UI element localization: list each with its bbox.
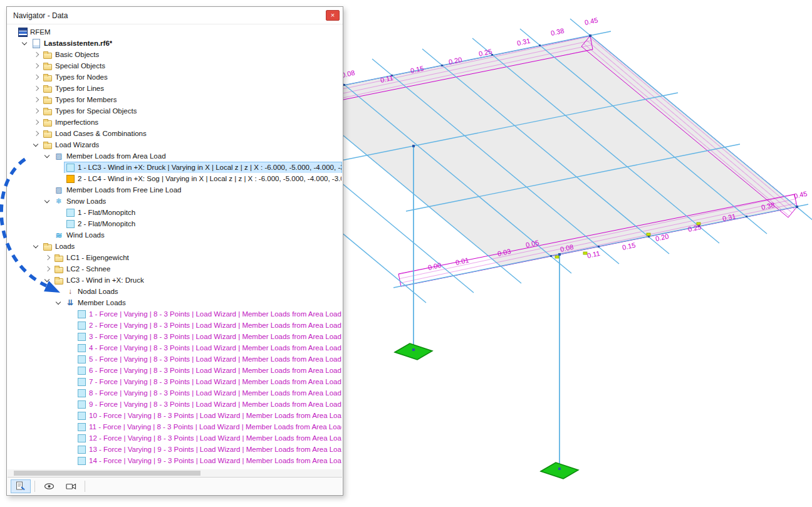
- tree-item[interactable]: 5 - Force | Varying | 8 - 3 Points | Loa…: [8, 353, 342, 365]
- tree-item[interactable]: Imperfections: [8, 117, 342, 128]
- tree-item[interactable]: 4 - Force | Varying | 8 - 3 Points | Loa…: [8, 342, 342, 353]
- tree-item-body[interactable]: Lastassistenten.rf6*: [30, 38, 342, 49]
- tree-item-body[interactable]: 14 - Force | Varying | 9 - 3 Points | Lo…: [75, 455, 342, 466]
- tree-item[interactable]: Types for Lines: [8, 83, 342, 94]
- tree-item[interactable]: Special Objects: [8, 60, 342, 71]
- tree-item-body[interactable]: 12 - Force | Varying | 8 - 3 Points | Lo…: [75, 432, 342, 444]
- tree-item-body[interactable]: 10 - Force | Varying | 8 - 3 Points | Lo…: [75, 410, 342, 421]
- tree-item-body[interactable]: Types for Nodes: [41, 71, 342, 83]
- tree-item[interactable]: 7 - Force | Varying | 8 - 3 Points | Loa…: [8, 376, 342, 387]
- tree-item[interactable]: 2 - Force | Varying | 8 - 3 Points | Loa…: [8, 320, 342, 331]
- chevron-right-icon[interactable]: [43, 253, 53, 263]
- tree-item-body[interactable]: LC1 - Eigengewicht: [53, 252, 342, 263]
- tree-item[interactable]: LC2 - Schnee: [8, 263, 342, 274]
- chevron-down-icon[interactable]: [20, 38, 30, 48]
- chevron-right-icon[interactable]: [31, 61, 41, 71]
- tree-item-body[interactable]: LC3 - Wind in +X: Druck: [53, 274, 342, 286]
- tree-item-body[interactable]: Special Objects: [41, 60, 342, 71]
- tree-item-body[interactable]: 2 - Force | Varying | 8 - 3 Points | Loa…: [75, 320, 342, 331]
- chevron-right-icon[interactable]: [31, 128, 41, 139]
- tree-item[interactable]: 6 - Force | Varying | 8 - 3 Points | Loa…: [8, 365, 342, 376]
- tree-item[interactable]: ≋Wind Loads: [8, 229, 342, 241]
- tree-item-body[interactable]: 2 - Flat/Monopitch: [64, 218, 342, 229]
- tree-item[interactable]: ⇊Member Loads: [8, 297, 342, 308]
- tree-item[interactable]: ▨Member Loads from Area Load: [8, 150, 342, 162]
- tree-item[interactable]: Types for Nodes: [8, 71, 342, 83]
- tree-item-body[interactable]: Load Cases & Combinations: [41, 128, 342, 139]
- tree-item[interactable]: 1 - LC3 - Wind in +X: Druck | Varying in…: [8, 162, 342, 173]
- chevron-right-icon[interactable]: [31, 72, 41, 82]
- tree-item[interactable]: ↓Nodal Loads: [8, 286, 342, 297]
- tree-item[interactable]: 3 - Force | Varying | 8 - 3 Points | Loa…: [8, 331, 342, 342]
- tree-item[interactable]: 14 - Force | Varying | 9 - 3 Points | Lo…: [8, 455, 342, 466]
- tab-render[interactable]: [61, 479, 81, 493]
- tree-item-body[interactable]: ▨Member Loads from Area Load: [53, 150, 342, 162]
- tree-item[interactable]: 1 - Force | Varying | 8 - 3 Points | Loa…: [8, 308, 342, 320]
- navigator-title-bar[interactable]: Navigator - Data ×: [7, 7, 343, 24]
- tree-item-body[interactable]: 1 - Force | Varying | 8 - 3 Points | Loa…: [75, 308, 342, 320]
- tree-item-body[interactable]: 1 - LC3 - Wind in +X: Druck | Varying in…: [64, 162, 342, 173]
- chevron-right-icon[interactable]: [31, 106, 41, 116]
- tree-item-body[interactable]: 9 - Force | Varying | 8 - 3 Points | Loa…: [75, 399, 342, 410]
- tree-item-body[interactable]: 5 - Force | Varying | 8 - 3 Points | Loa…: [75, 353, 342, 365]
- chevron-right-icon[interactable]: [31, 50, 41, 60]
- tree-item-body[interactable]: 11 - Force | Varying | 8 - 3 Points | Lo…: [75, 421, 342, 432]
- tree-item[interactable]: RFEM: [8, 26, 342, 38]
- tree-item[interactable]: 13 - Force | Varying | 9 - 3 Points | Lo…: [8, 444, 342, 455]
- tree-item[interactable]: 9 - Force | Varying | 8 - 3 Points | Loa…: [8, 399, 342, 410]
- close-button[interactable]: ×: [326, 10, 340, 21]
- tree-item[interactable]: 2 - LC4 - Wind in +X: Sog | Varying in X…: [8, 173, 342, 184]
- tree-item-body[interactable]: 3 - Force | Varying | 8 - 3 Points | Loa…: [75, 331, 342, 342]
- tree-item-body[interactable]: Types for Members: [41, 94, 342, 105]
- tree-item[interactable]: 2 - Flat/Monopitch: [8, 218, 342, 229]
- tree-item[interactable]: Load Cases & Combinations: [8, 128, 342, 139]
- tree-item-body[interactable]: ⇊Member Loads: [64, 297, 342, 308]
- tree-item[interactable]: ❄Snow Loads: [8, 196, 342, 207]
- horizontal-scrollbar[interactable]: [8, 469, 342, 477]
- tree-item-body[interactable]: Basic Objects: [41, 49, 342, 60]
- tree-item-body[interactable]: ❄Snow Loads: [53, 196, 342, 207]
- tree-item[interactable]: 1 - Flat/Monopitch: [8, 207, 342, 218]
- chevron-right-icon[interactable]: [31, 95, 41, 105]
- tree-item[interactable]: Types for Special Objects: [8, 105, 342, 117]
- tree-item-body[interactable]: Load Wizards: [41, 139, 342, 150]
- tree-item[interactable]: Lastassistenten.rf6*: [8, 38, 342, 49]
- tree-item[interactable]: LC3 - Wind in +X: Druck: [8, 274, 342, 286]
- tree-item-body[interactable]: 4 - Force | Varying | 8 - 3 Points | Loa…: [75, 342, 342, 353]
- chevron-down-icon[interactable]: [43, 151, 53, 161]
- tree-item-body[interactable]: 6 - Force | Varying | 8 - 3 Points | Loa…: [75, 365, 342, 376]
- tree-item[interactable]: 10 - Force | Varying | 8 - 3 Points | Lo…: [8, 410, 342, 421]
- tree-item[interactable]: Types for Members: [8, 94, 342, 105]
- chevron-right-icon[interactable]: [31, 117, 41, 127]
- tree-item[interactable]: Basic Objects: [8, 49, 342, 60]
- tree-item-body[interactable]: RFEM: [16, 26, 342, 38]
- tree-item[interactable]: ▨Member Loads from Free Line Load: [8, 184, 342, 196]
- scrollbar-thumb[interactable]: [14, 471, 200, 476]
- tree-item-body[interactable]: 7 - Force | Varying | 8 - 3 Points | Loa…: [75, 376, 342, 387]
- tree-item-body[interactable]: Imperfections: [41, 117, 342, 128]
- chevron-down-icon[interactable]: [54, 298, 64, 308]
- tree-item[interactable]: 11 - Force | Varying | 8 - 3 Points | Lo…: [8, 421, 342, 432]
- tree-item-body[interactable]: Types for Lines: [41, 83, 342, 94]
- tree-item-body[interactable]: LC2 - Schnee: [53, 263, 342, 274]
- tree-item-body[interactable]: 1 - Flat/Monopitch: [64, 207, 342, 218]
- tree-item[interactable]: 8 - Force | Varying | 8 - 3 Points | Loa…: [8, 387, 342, 399]
- tree-item-body[interactable]: ▨Member Loads from Free Line Load: [53, 184, 342, 196]
- tree-item[interactable]: Loads: [8, 241, 342, 252]
- tree-item-body[interactable]: Loads: [41, 241, 342, 252]
- tree-item-body[interactable]: 8 - Force | Varying | 8 - 3 Points | Loa…: [75, 387, 342, 399]
- tab-data-navigator[interactable]: [11, 479, 31, 493]
- chevron-right-icon[interactable]: [43, 264, 53, 274]
- tree-item-body[interactable]: ≋Wind Loads: [53, 229, 342, 241]
- chevron-right-icon[interactable]: [31, 83, 41, 93]
- chevron-down-icon[interactable]: [43, 275, 53, 285]
- tree-item[interactable]: LC1 - Eigengewicht: [8, 252, 342, 263]
- chevron-down-icon[interactable]: [31, 140, 41, 150]
- tree-item[interactable]: Load Wizards: [8, 139, 342, 150]
- chevron-down-icon[interactable]: [31, 241, 41, 251]
- tree-item-body[interactable]: 2 - LC4 - Wind in +X: Sog | Varying in X…: [64, 173, 342, 184]
- tree-item[interactable]: 12 - Force | Varying | 8 - 3 Points | Lo…: [8, 432, 342, 444]
- tree-item-body[interactable]: 13 - Force | Varying | 9 - 3 Points | Lo…: [75, 444, 342, 455]
- tab-views[interactable]: [39, 479, 59, 493]
- tree-item-body[interactable]: Types for Special Objects: [41, 105, 342, 117]
